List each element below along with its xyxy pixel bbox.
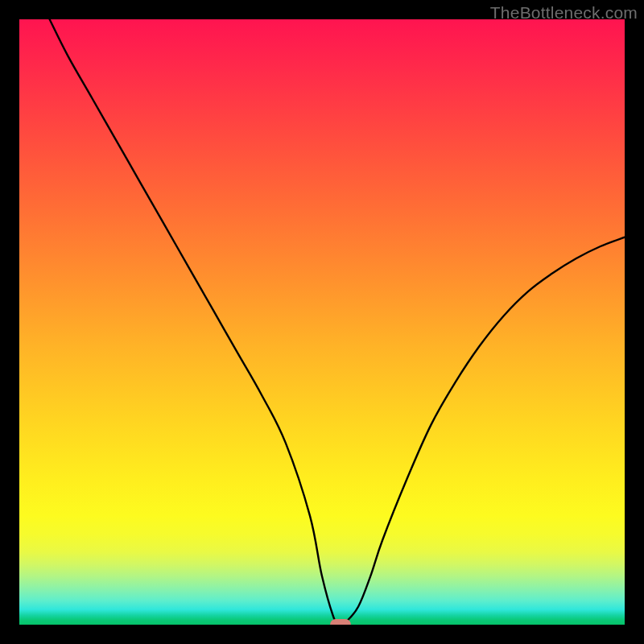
plot-area: [19, 19, 625, 625]
bottleneck-curve: [19, 19, 625, 625]
attribution-text: TheBottleneck.com: [490, 3, 638, 23]
chart-frame: TheBottleneck.com: [0, 0, 644, 644]
optimal-marker: [330, 619, 351, 625]
